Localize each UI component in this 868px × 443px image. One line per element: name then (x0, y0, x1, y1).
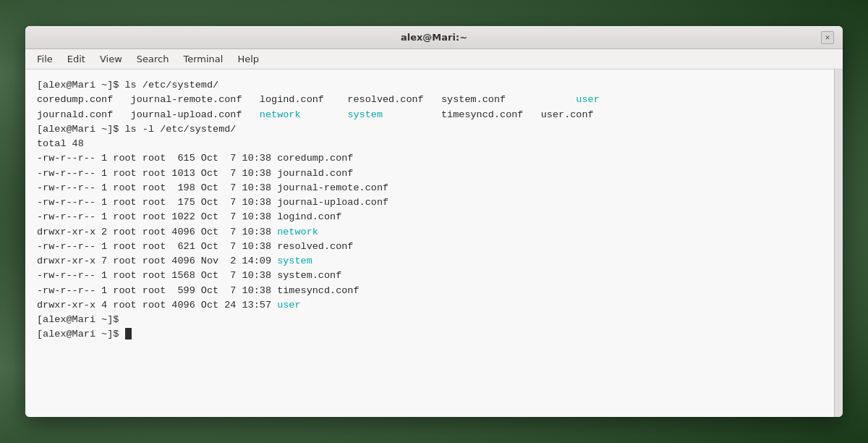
terminal-window: alex@Mari:~ ✕ File Edit View Search Term… (25, 26, 843, 417)
line-8: -rw-r--r-- 1 root root 198 Oct 7 10:38 j… (37, 181, 822, 195)
close-button[interactable]: ✕ (821, 31, 834, 44)
window-title: alex@Mari:~ (401, 32, 467, 43)
menu-terminal[interactable]: Terminal (177, 52, 229, 66)
line-15: -rw-r--r-- 1 root root 599 Oct 7 10:38 t… (37, 284, 822, 298)
line-4: [alex@Mari ~]$ ls -l /etc/systemd/ (37, 122, 822, 137)
line-9: -rw-r--r-- 1 root root 175 Oct 7 10:38 j… (37, 195, 822, 210)
line-16: drwxr-xr-x 4 root root 4096 Oct 24 13:57… (37, 298, 822, 313)
menu-help[interactable]: Help (231, 52, 265, 66)
menubar: File Edit View Search Terminal Help (25, 49, 843, 69)
line-18: [alex@Mari ~]$ (37, 327, 822, 342)
line-10: -rw-r--r-- 1 root root 1022 Oct 7 10:38 … (37, 210, 822, 224)
scrollbar[interactable] (834, 69, 843, 417)
menu-edit[interactable]: Edit (61, 52, 91, 66)
cursor (125, 328, 132, 339)
line-3: journald.conf journal-upload.conf networ… (37, 108, 822, 122)
line-6: -rw-r--r-- 1 root root 615 Oct 7 10:38 c… (37, 151, 822, 166)
line-12: -rw-r--r-- 1 root root 621 Oct 7 10:38 r… (37, 240, 822, 254)
line-17: [alex@Mari ~]$ (37, 313, 822, 327)
terminal-output[interactable]: [alex@Mari ~]$ ls /etc/systemd/ coredump… (25, 69, 834, 417)
line-2: coredump.conf journal-remote.conf logind… (37, 93, 822, 107)
line-5: total 48 (37, 137, 822, 151)
titlebar: alex@Mari:~ ✕ (25, 26, 843, 49)
line-13: drwxr-xr-x 7 root root 4096 Nov 2 14:09 … (37, 254, 822, 269)
line-1: [alex@Mari ~]$ ls /etc/systemd/ (37, 78, 822, 93)
menu-search[interactable]: Search (131, 52, 175, 66)
line-7: -rw-r--r-- 1 root root 1013 Oct 7 10:38 … (37, 166, 822, 181)
menu-view[interactable]: View (94, 52, 128, 66)
line-14: -rw-r--r-- 1 root root 1568 Oct 7 10:38 … (37, 269, 822, 283)
line-11: drwxr-xr-x 2 root root 4096 Oct 7 10:38 … (37, 225, 822, 240)
menu-file[interactable]: File (31, 52, 59, 66)
